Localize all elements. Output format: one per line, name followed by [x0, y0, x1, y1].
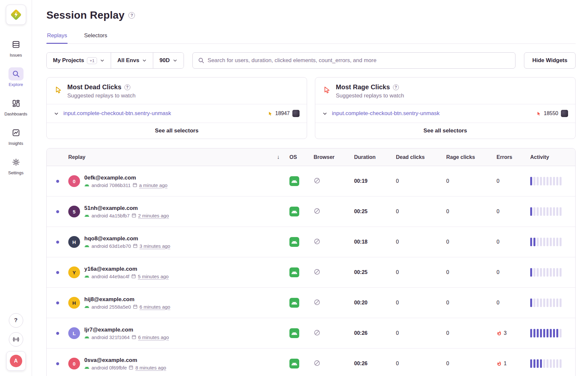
replay-build: android 4a15bfb7: [91, 213, 130, 218]
replay-email-link[interactable]: hqo8@example.com: [84, 235, 170, 242]
table-row[interactable]: 0 0sva@example.com android 0f69fbfe 8 mi…: [47, 349, 575, 376]
widget-header: Most Rage Clicks ? Suggested replays to …: [315, 77, 575, 104]
header-os[interactable]: OS: [289, 154, 314, 160]
projects-filter-button[interactable]: My Projects +1: [47, 53, 111, 68]
unknown-browser-icon: [314, 329, 320, 336]
insights-icon: [8, 126, 24, 139]
calendar-icon: [132, 213, 136, 218]
sidebar-item-label: Explore: [8, 82, 23, 87]
replay-email-link[interactable]: ljr7@example.com: [84, 327, 169, 333]
browser-cell: [314, 329, 354, 337]
selector-link[interactable]: input.complete-checkout-btn.sentry-unmas…: [332, 110, 532, 117]
user-menu[interactable]: A: [6, 351, 26, 371]
page-header: Session Replay ?: [46, 9, 576, 21]
tab-selectors[interactable]: Selectors: [83, 28, 108, 43]
table-row[interactable]: 5 51nh@example.com android 4a15bfb7 2 mi…: [47, 197, 575, 227]
android-icon: [84, 244, 90, 248]
header-rage-clicks[interactable]: Rage clicks: [446, 154, 497, 160]
whats-new-button[interactable]: [9, 332, 23, 347]
sidebar-item-dashboards[interactable]: Dashboards: [1, 97, 31, 116]
sidebar-item-label: Insights: [8, 141, 23, 146]
browser-cell: [314, 268, 354, 277]
activity-bar: [547, 299, 548, 307]
sidebar-item-insights[interactable]: Insights: [1, 126, 31, 146]
see-all-selectors-button[interactable]: See all selectors: [315, 123, 575, 139]
unseen-indicator-cell: [47, 180, 68, 183]
tab-replays[interactable]: Replays: [46, 28, 68, 43]
sort-desc-icon[interactable]: ↓: [277, 154, 280, 161]
date-range-filter-button[interactable]: 90D: [153, 53, 183, 68]
help-button[interactable]: ?: [9, 313, 23, 328]
calendar-icon: [133, 183, 137, 187]
help-icon[interactable]: ?: [124, 84, 130, 90]
environments-filter-button[interactable]: All Envs: [111, 53, 153, 68]
activity-bar: [560, 329, 562, 337]
rage-clicks-cell: 0: [446, 269, 497, 275]
activity-bars: [530, 207, 575, 216]
table-row[interactable]: H hij8@example.com android 2558a5e0 6 mi…: [47, 288, 575, 318]
sidebar-item-settings[interactable]: Settings: [1, 156, 31, 175]
table-row[interactable]: Y y16a@example.com android 44e9ac4f 5 mi…: [47, 257, 575, 288]
replay-cell: 0 0sva@example.com android 0f69fbfe 8 mi…: [68, 357, 289, 370]
replay-cell: 5 51nh@example.com android 4a15bfb7 2 mi…: [68, 205, 289, 218]
see-all-selectors-button[interactable]: See all selectors: [47, 123, 307, 139]
activity-bar: [533, 359, 535, 368]
header-replay[interactable]: Replay ↓: [68, 154, 289, 161]
activity-bar: [543, 207, 545, 216]
replay-email-link[interactable]: 0sva@example.com: [84, 357, 166, 364]
header-duration[interactable]: Duration: [354, 154, 396, 160]
errors-cell: 0: [497, 239, 530, 245]
replay-email-link[interactable]: y16a@example.com: [84, 266, 169, 272]
table-row[interactable]: H hqo8@example.com android 63d1eb70 3 mi…: [47, 227, 575, 257]
avatar: H: [68, 297, 80, 309]
sidebar-item-label: Settings: [8, 170, 24, 175]
activity-bar: [553, 177, 555, 185]
header-browser[interactable]: Browser: [314, 154, 354, 160]
os-cell: [289, 176, 314, 186]
activity-bar: [537, 299, 539, 307]
activity-bar: [530, 329, 532, 337]
unseen-dot-icon: [56, 362, 59, 365]
activity-bar: [543, 329, 545, 337]
flame-icon: [497, 361, 502, 366]
header-dead-clicks[interactable]: Dead clicks: [396, 154, 446, 160]
unseen-dot-icon: [56, 332, 59, 335]
rage-clicks-cell: 0: [446, 330, 497, 336]
unseen-indicator-cell: [47, 271, 68, 274]
chevron-down-icon[interactable]: [322, 111, 327, 116]
issues-icon: [8, 38, 24, 51]
header-activity[interactable]: Activity: [530, 154, 575, 160]
sidebar-footer: ? A: [6, 313, 26, 371]
dead-clicks-cell: 0: [396, 178, 446, 184]
header-errors[interactable]: Errors: [497, 154, 530, 160]
search-input[interactable]: [208, 57, 510, 64]
replay-email-link[interactable]: 51nh@example.com: [84, 205, 169, 212]
app-logo[interactable]: [6, 5, 26, 25]
activity-bar: [543, 238, 545, 246]
browser-cell: [314, 177, 354, 185]
replay-email-link[interactable]: hij8@example.com: [84, 296, 170, 303]
table-row[interactable]: 0 0efk@example.com android 7086b311 a mi…: [47, 166, 575, 197]
chevron-down-icon[interactable]: [54, 111, 59, 116]
activity-bar: [550, 207, 552, 216]
sidebar-item-issues[interactable]: Issues: [1, 38, 31, 58]
activity-bar: [550, 299, 552, 307]
dead-clicks-cell: 0: [396, 269, 446, 275]
replay-table-body: 0 0efk@example.com android 7086b311 a mi…: [47, 166, 575, 376]
activity-bars: [530, 268, 575, 277]
rage-click-cursor-icon: [323, 86, 331, 94]
help-icon[interactable]: ?: [128, 12, 135, 19]
os-cell: [289, 267, 314, 277]
hide-widgets-button[interactable]: Hide Widgets: [524, 52, 576, 69]
help-icon[interactable]: ?: [393, 84, 399, 90]
dead-clicks-cell: 0: [396, 239, 446, 245]
sidebar-item-explore[interactable]: Explore: [1, 67, 31, 87]
activity-bar: [543, 359, 545, 368]
widgets-row: Most Dead Clicks ? Suggested replays to …: [46, 77, 576, 139]
selector-link[interactable]: input.complete-checkout-btn.sentry-unmas…: [63, 110, 263, 117]
activity-bar: [560, 207, 562, 216]
activity-bar: [550, 238, 552, 246]
table-row[interactable]: L ljr7@example.com android 321f1064 6 mi…: [47, 318, 575, 349]
replay-email-link[interactable]: 0efk@example.com: [84, 175, 168, 181]
main-content: Session Replay ? Replays Selectors My Pr…: [32, 0, 588, 376]
